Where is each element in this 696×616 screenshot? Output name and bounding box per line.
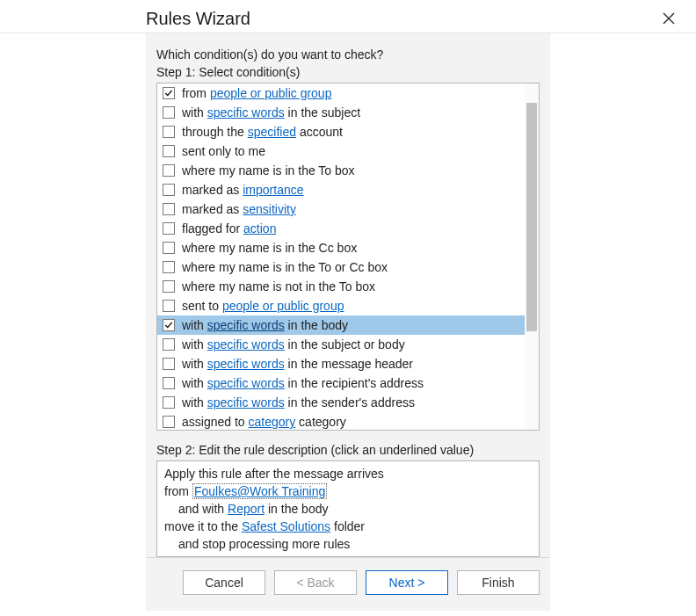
condition-link[interactable]: specific words — [207, 395, 285, 409]
condition-text-part: in the body — [285, 318, 348, 332]
dialog-title: Rules Wizard — [16, 9, 250, 29]
condition-row[interactable]: flagged for action — [157, 219, 525, 238]
condition-row[interactable]: with specific words in the body — [157, 315, 525, 335]
condition-link[interactable]: people or public group — [210, 86, 332, 100]
condition-text-part: with — [182, 357, 207, 371]
condition-text: with specific words in the body — [182, 316, 348, 334]
condition-checkbox[interactable] — [163, 145, 175, 157]
condition-text: where my name is in the Cc box — [182, 239, 357, 257]
next-button[interactable]: Next > — [366, 570, 448, 595]
condition-text-part: with — [182, 318, 207, 332]
condition-text-part: marked as — [182, 202, 243, 216]
condition-checkbox[interactable] — [163, 358, 175, 370]
condition-text-part: in the subject or body — [285, 337, 405, 351]
condition-row[interactable]: where my name is not in the To box — [157, 277, 525, 296]
condition-row[interactable]: sent only to me — [157, 141, 525, 161]
desc-line-from: from Foulkes@Work Training — [164, 482, 532, 500]
desc-line-stop: and stop processing more rules — [164, 535, 532, 553]
condition-checkbox[interactable] — [163, 261, 175, 273]
condition-row[interactable]: marked as importance — [157, 180, 525, 199]
condition-link[interactable]: specific words — [207, 376, 285, 390]
condition-text: with specific words in the subject or bo… — [182, 336, 405, 353]
condition-row[interactable]: where my name is in the To or Cc box — [157, 257, 525, 277]
condition-row[interactable]: with specific words in the subject — [157, 103, 525, 122]
desc-line-with: and with Report in the body — [164, 500, 532, 518]
condition-text-part: in the message header — [285, 357, 413, 371]
condition-row[interactable]: with specific words in the subject or bo… — [157, 335, 525, 354]
condition-checkbox[interactable] — [163, 222, 175, 235]
condition-checkbox[interactable] — [163, 319, 175, 331]
condition-checkbox[interactable] — [163, 106, 175, 119]
condition-text-part: with — [182, 337, 207, 351]
condition-link[interactable]: specific words — [207, 357, 285, 371]
condition-row[interactable]: with specific words in the sender's addr… — [157, 393, 525, 412]
condition-checkbox[interactable] — [163, 242, 175, 254]
finish-button[interactable]: Finish — [457, 570, 540, 595]
scrollbar-thumb[interactable] — [526, 103, 537, 331]
condition-text-part: flagged for — [182, 221, 243, 236]
condition-text: flagged for action — [182, 220, 276, 237]
condition-text: marked as sensitivity — [182, 200, 296, 218]
condition-link[interactable]: importance — [243, 183, 303, 197]
scrollbar-track[interactable] — [525, 83, 539, 430]
condition-text: with specific words in the recipient's a… — [182, 374, 424, 392]
condition-checkbox[interactable] — [163, 338, 175, 351]
condition-checkbox[interactable] — [163, 184, 175, 196]
condition-text: assigned to category category — [182, 413, 346, 431]
desc-line-apply: Apply this rule after the message arrive… — [164, 465, 532, 482]
condition-text: with specific words in the message heade… — [182, 355, 413, 373]
condition-row[interactable]: assigned to category category — [157, 412, 525, 431]
conditions-listbox[interactable]: from people or public groupwith specific… — [156, 83, 540, 431]
condition-row[interactable]: from people or public group — [157, 83, 525, 103]
step1-label: Step 1: Select condition(s) — [156, 65, 550, 79]
condition-link[interactable]: people or public group — [222, 299, 344, 313]
close-button[interactable] — [659, 9, 678, 28]
condition-checkbox[interactable] — [163, 377, 175, 389]
condition-row[interactable]: through the specified account — [157, 122, 525, 141]
condition-link[interactable]: sensitivity — [243, 202, 296, 216]
condition-row[interactable]: with specific words in the recipient's a… — [157, 373, 525, 393]
condition-link[interactable]: action — [243, 221, 276, 236]
condition-text: marked as importance — [182, 181, 304, 199]
condition-checkbox[interactable] — [163, 126, 175, 138]
condition-checkbox[interactable] — [163, 203, 175, 215]
condition-link[interactable]: specified — [248, 125, 296, 139]
condition-text-part: where my name is not in the To box — [182, 279, 375, 294]
condition-link[interactable]: specific words — [207, 337, 285, 351]
step2-label: Step 2: Edit the rule description (click… — [156, 443, 550, 457]
condition-checkbox[interactable] — [163, 300, 175, 312]
condition-text-part: account — [296, 125, 343, 139]
desc-text: from — [164, 484, 192, 498]
condition-checkbox[interactable] — [163, 396, 175, 409]
condition-text: where my name is not in the To box — [182, 278, 375, 295]
condition-text-part: with — [182, 395, 207, 409]
condition-text-part: marked as — [182, 183, 243, 197]
cancel-button[interactable]: Cancel — [183, 570, 265, 595]
desc-folder-link[interactable]: Safest Solutions — [242, 519, 330, 533]
condition-checkbox[interactable] — [163, 164, 175, 177]
condition-text-part: where my name is in the To or Cc box — [182, 260, 388, 274]
condition-text: sent only to me — [182, 142, 265, 160]
condition-text: with specific words in the sender's addr… — [182, 394, 415, 411]
condition-checkbox[interactable] — [163, 280, 175, 293]
desc-from-link[interactable]: Foulkes@Work Training — [192, 483, 327, 499]
desc-text: folder — [330, 519, 365, 533]
condition-row[interactable]: marked as sensitivity — [157, 199, 525, 219]
condition-checkbox[interactable] — [163, 87, 175, 99]
condition-row[interactable]: where my name is in the Cc box — [157, 238, 525, 257]
condition-row[interactable]: where my name is in the To box — [157, 161, 525, 180]
condition-link[interactable]: specific words — [207, 318, 285, 332]
condition-row[interactable]: sent to people or public group — [157, 296, 525, 315]
rule-description-box[interactable]: Apply this rule after the message arrive… — [156, 460, 540, 557]
question-label: Which condition(s) do you want to check? — [156, 47, 550, 62]
condition-link[interactable]: category — [249, 415, 296, 429]
condition-row[interactable]: with specific words in the message heade… — [157, 354, 525, 373]
desc-text: in the body — [265, 502, 328, 516]
condition-link[interactable]: specific words — [207, 105, 285, 120]
condition-text-part: sent only to me — [182, 144, 265, 158]
condition-text-part: in the sender's address — [285, 395, 415, 409]
condition-text: sent to people or public group — [182, 297, 344, 315]
condition-text: through the specified account — [182, 123, 343, 141]
desc-with-link[interactable]: Report — [228, 502, 265, 516]
condition-checkbox[interactable] — [163, 416, 175, 428]
